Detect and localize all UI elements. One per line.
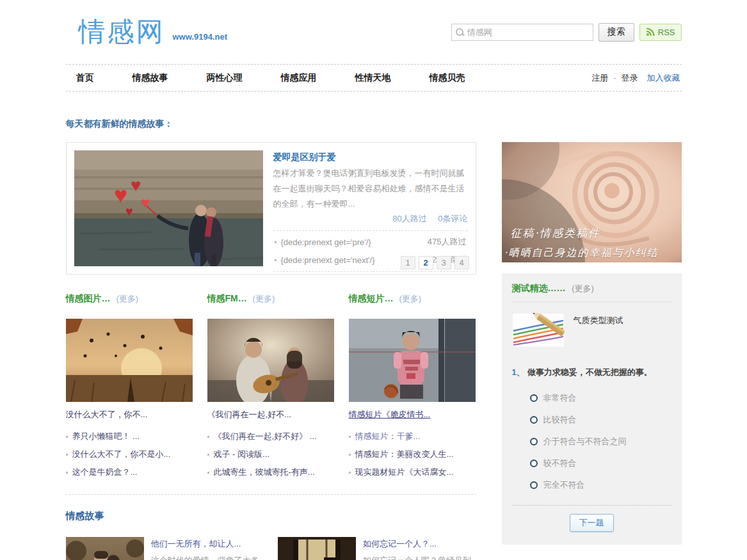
bullet-icon [349, 454, 351, 456]
left-column: 每天都有新鲜的情感故事： [66, 118, 476, 560]
column-featured-link[interactable]: 《我们再在一起,好不... [207, 409, 291, 420]
list-item: 此城寄生，彼城寄托-有声... [207, 463, 334, 481]
rss-button[interactable]: RSS [639, 24, 682, 41]
nav-account-area: 注册 · 登录 加入收藏 [591, 72, 681, 84]
nav-item-shell[interactable]: 情感贝壳 [430, 72, 465, 84]
main-content: 每天都有新鲜的情感故事： [66, 118, 682, 560]
article-link[interactable]: 此城寄生，彼城寄托-有声... [214, 467, 315, 478]
next-question-button[interactable]: 下一题 [570, 514, 614, 532]
option-label: 比较符合 [543, 414, 577, 426]
featured-article-excerpt: 怎样才算爱？煲电话粥直到电板发烫，一有时间就腻在一起逛街聊天吗？相爱容易相处难，… [273, 166, 468, 212]
page-button-1[interactable]: 1 [401, 256, 415, 269]
story-title-link[interactable]: 他们一无所有，却让人... [151, 538, 241, 550]
option-row[interactable]: 比较符合 [530, 409, 671, 431]
search-input[interactable] [467, 28, 589, 37]
featured-article-box: ♥ ♥ ♥ ♥ 爱即是区别于爱 怎样才算爱？煲电话粥直到电板发烫，一有时间就腻在… [66, 142, 476, 275]
radio-button[interactable] [530, 394, 538, 402]
article-link[interactable]: 这个是牛奶盒？... [72, 467, 138, 478]
column-thumbnail-guitar-couple[interactable] [207, 319, 334, 402]
story-excerpt: 这个时代的爱情，背负了太多的附属品。地铁中... [151, 552, 264, 560]
add-favorite-link[interactable]: 加入收藏 [647, 72, 680, 84]
column-heading: 情感FM… (更多) [207, 293, 334, 305]
sidebar-banner[interactable]: 征稿·情感类稿件 ·晒晒自己身边的幸福与小纠结 [502, 142, 682, 262]
more-link[interactable]: (更多) [253, 294, 275, 303]
article-link[interactable]: 《我们再在一起,好不好》 ... [214, 431, 317, 442]
article-link[interactable]: 情感短片：美丽改变人生... [355, 449, 454, 460]
bullet-icon [207, 454, 209, 456]
more-link[interactable]: (更多) [399, 294, 421, 303]
nav-item-stories[interactable]: 情感故事 [133, 72, 168, 84]
svg-text:♥: ♥ [125, 204, 133, 218]
column-emotion-shorts: 情感短片… (更多) [349, 293, 476, 481]
option-label: 完全不符合 [543, 479, 585, 491]
option-row[interactable]: 较不符合 [530, 452, 671, 474]
featured-test-box: 测试精选…… (更多) [502, 273, 682, 545]
test-thumbnail-pencil[interactable] [512, 313, 565, 348]
nav-item-apps[interactable]: 情感应用 [281, 72, 317, 84]
list-item: 《我们再在一起,好不好》 ... [207, 428, 334, 445]
option-label: 非常符合 [543, 392, 577, 404]
article-link[interactable]: 现实题材短片《大话腐女... [355, 467, 454, 478]
test-question: 1、做事力求稳妥，不做无把握的事。 [512, 367, 671, 378]
search-box[interactable] [451, 24, 593, 41]
section-divider [66, 494, 476, 495]
banner-text-line1: 征稿·情感类稿件 [511, 226, 600, 241]
bullet-icon [349, 436, 351, 438]
column-heading-text: 情感图片… [66, 293, 111, 303]
featured-article-title[interactable]: 爱即是区别于爱 [273, 152, 468, 163]
list-item: 现实题材短片《大话腐女... [349, 463, 476, 481]
option-row[interactable]: 完全不符合 [530, 474, 671, 496]
story-content: 如何忘记一个人？... 如何忘记一个人呢？曾经见到一条微博这样教我... [363, 537, 476, 560]
test-options: 非常符合 比较符合 介于符合与不符合之间 较不符合 完全不符合 [530, 387, 671, 496]
site-logo-text[interactable]: 情感网 [79, 19, 165, 45]
bullet-icon [349, 472, 351, 474]
content-columns: 情感图片… (更多) [66, 293, 476, 481]
column-featured-link[interactable]: 没什么大不了，你不... [66, 409, 148, 420]
page-button-2-active[interactable]: 2 [419, 256, 433, 269]
article-link[interactable]: 没什么大不了，你不是小... [72, 449, 171, 460]
register-link[interactable]: 注册 [591, 72, 608, 84]
bullet-icon [275, 241, 277, 243]
radio-button[interactable] [530, 416, 538, 424]
test-title-link[interactable]: 气质类型测试 [574, 313, 623, 348]
column-thumbnail-basketball-boy[interactable] [349, 319, 476, 402]
stories-heading: 情感故事 [66, 510, 476, 522]
page-button-3[interactable]: 3 [437, 256, 451, 269]
nav-item-psychology[interactable]: 两性心理 [207, 72, 243, 84]
list-item: 戏子 - 阅读版... [207, 445, 334, 463]
more-link[interactable]: (更多) [116, 294, 138, 303]
article-link[interactable]: 情感短片：干爹... [355, 431, 421, 442]
nav-item-world[interactable]: 性情天地 [355, 72, 391, 84]
radio-button[interactable] [530, 481, 538, 489]
nav-item-home[interactable]: 首页 [76, 72, 94, 84]
nav-separator: · [613, 73, 616, 83]
column-thumbnail-sunset-field[interactable] [66, 319, 193, 402]
site-header: 情感网 www.9194.net 搜索 RSS [66, 0, 682, 64]
more-link[interactable]: (更多) [572, 284, 594, 293]
list-item: {dede:prenext get='pre'/} 475人路过 [273, 233, 468, 251]
site-url: www.9194.net [173, 32, 228, 42]
story-title-link[interactable]: 如何忘记一个人？... [363, 538, 437, 550]
option-row[interactable]: 非常符合 [530, 387, 671, 409]
story-thumbnail-couple-heart[interactable]: ♥ [66, 537, 144, 560]
column-link-list: 《我们再在一起,好不好》 ... 戏子 - 阅读版... 此城寄生，彼城寄托-有… [207, 428, 334, 481]
prev-article-link[interactable]: {dede:prenext get='pre'/} [275, 237, 371, 247]
login-link[interactable]: 登录 [622, 72, 638, 84]
sidebar: 征稿·情感类稿件 ·晒晒自己身边的幸福与小纠结 测试精选…… (更多) [502, 118, 682, 560]
bullet-icon [66, 454, 68, 456]
option-row[interactable]: 介于符合与不符合之间 [530, 431, 671, 452]
page-button-4[interactable]: 4 [454, 256, 469, 269]
featured-pagination: 1 2 3 4 [401, 256, 469, 269]
search-button[interactable]: 搜索 [598, 23, 634, 42]
logo[interactable]: 情感网 www.9194.net [66, 19, 228, 45]
column-featured-link[interactable]: 情感短片《脆皮情书... [349, 409, 431, 420]
column-emotion-fm: 情感FM… (更多) [207, 293, 334, 481]
featured-article-image[interactable]: ♥ ♥ ♥ ♥ [74, 150, 263, 266]
article-link[interactable]: 戏子 - 阅读版... [214, 449, 269, 460]
option-label: 介于符合与不符合之间 [543, 436, 627, 447]
radio-button[interactable] [530, 460, 538, 467]
story-thumbnail-room-table[interactable] [278, 537, 356, 560]
radio-button[interactable] [530, 438, 538, 445]
next-article-link[interactable]: {dede:prenext get='next'/} [275, 255, 375, 265]
article-link[interactable]: 养只小懒猫吧！ ... [72, 431, 140, 442]
